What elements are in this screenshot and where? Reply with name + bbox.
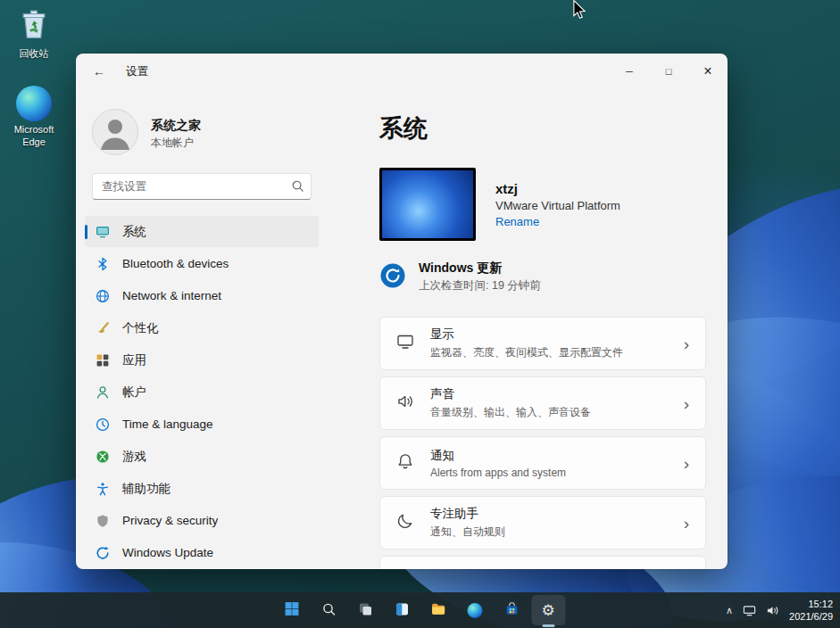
sidebar-item-personalization[interactable]: 个性化 [85,312,319,343]
clock-date: 2021/6/29 [789,610,833,623]
card-title: 专注助手 [430,506,505,522]
sidebar-item-network-internet[interactable]: Network & internet [85,280,319,311]
sidebar-item-bluetooth-devices[interactable]: Bluetooth & devices [85,248,319,279]
maximize-button[interactable]: □ [649,54,688,89]
edge-icon [16,86,52,121]
settings-card-sound[interactable]: 声音 音量级别、输出、输入、声音设备 › [379,376,706,430]
window-title: 设置 [126,64,148,79]
card-desc: Alerts from apps and system [430,467,566,479]
task-view-button[interactable] [348,595,382,625]
account-name: 系统之家 [151,118,201,134]
sidebar-item-privacy-security[interactable]: Privacy & security [85,505,319,536]
task-view-icon [358,602,372,619]
taskbar: ⚙ ∧ 15:12 2021/6/29 [0,592,840,628]
sidebar-item-label: 应用 [122,352,146,368]
sidebar-item-label: Windows Update [122,546,213,559]
search-icon [291,179,304,196]
sidebar-item-label: 个性化 [122,320,159,336]
sidebar-item-accounts[interactable]: 帐户 [85,376,319,408]
sidebar-item-label: Time & language [122,417,213,431]
update-title: Windows 更新 [419,260,541,277]
widgets-button[interactable] [385,595,419,625]
xbox-icon [96,450,110,464]
search-input[interactable] [92,173,312,200]
start-button[interactable] [275,595,309,625]
sidebar-item-label: 帐户 [122,384,146,401]
device-section: xtzj VMware Virtual Platform Rename [379,168,706,241]
search-icon [321,602,336,619]
card-title: 声音 [430,386,591,402]
chevron-right-icon: › [684,455,689,472]
monitor-icon [396,333,414,354]
bluetooth-icon [96,257,110,271]
windows-logo-icon [285,601,300,619]
desktop-icon-recycle-bin[interactable]: 回收站 [4,6,63,61]
settings-card-power[interactable]: 电源 › [379,556,706,569]
card-desc: 通知、自动规则 [430,525,505,540]
file-explorer-button[interactable] [421,595,455,625]
chevron-right-icon: › [684,515,689,532]
minimize-button[interactable]: ─ [610,54,649,89]
settings-button[interactable]: ⚙ [531,595,565,625]
settings-cards: 显示 监视器、亮度、夜间模式、显示配置文件 › 声音 音量级别、输出、输入、声音… [379,317,706,569]
titlebar: ← 设置 ─ □ × [76,54,728,89]
widgets-icon [395,602,409,619]
folder-icon [431,601,446,619]
store-bag-icon [504,602,519,619]
volume-icon[interactable] [766,604,779,617]
edge-button[interactable] [458,595,492,625]
sidebar-item-gaming[interactable]: 游戏 [85,441,319,472]
window-controls: ─ □ × [610,54,728,89]
desktop-icon-microsoft-edge[interactable]: Microsoft Edge [4,86,63,149]
clock-time: 15:12 [789,598,833,610]
update-status: 上次检查时间: 19 分钟前 [419,278,541,293]
back-button[interactable]: ← [85,58,113,85]
moon-icon [396,512,414,533]
system-tray: ∧ 15:12 2021/6/29 [726,592,833,628]
card-desc: 监视器、亮度、夜间模式、显示配置文件 [430,345,623,360]
taskbar-clock[interactable]: 15:12 2021/6/29 [789,598,833,624]
globe-icon [96,289,110,303]
sidebar-item-system[interactable]: 系统 [85,216,319,247]
main-content: 系统 xtzj VMware Virtual Platform Rename W… [328,89,728,569]
sidebar-item-windows-update[interactable]: Windows Update [85,537,319,568]
settings-card-notifications[interactable]: 通知 Alerts from apps and system › [379,436,706,490]
chevron-right-icon: › [684,335,689,352]
sidebar-item-apps[interactable]: 应用 [85,344,319,376]
store-button[interactable] [495,595,528,625]
edge-icon [468,603,483,618]
page-title: 系统 [379,112,706,145]
close-button[interactable]: × [688,54,728,89]
avatar [92,109,138,159]
device-thumbnail [379,168,476,241]
chevron-right-icon: › [684,395,689,412]
search-button[interactable] [312,595,345,625]
sidebar-item-time-language[interactable]: Time & language [85,409,319,440]
card-title: 通知 [430,448,566,464]
windows-update-status[interactable]: Windows 更新 上次检查时间: 19 分钟前 [379,260,706,293]
mouse-cursor [572,0,586,23]
paintbrush-icon [96,321,110,335]
network-icon[interactable] [743,604,756,617]
sidebar-item-label: 辅助功能 [122,481,170,497]
tray-chevron-up-icon[interactable]: ∧ [726,605,733,616]
account-section: 系统之家 本地帐户 [92,109,312,159]
settings-card-display[interactable]: 显示 监视器、亮度、夜间模式、显示配置文件 › [379,317,706,370]
apps-grid-icon [96,353,110,368]
display-icon [96,225,110,239]
windows-update-icon [379,262,406,293]
desktop-icon-label: 回收站 [20,48,49,61]
clock-icon [96,417,110,432]
sidebar-item-accessibility[interactable]: 辅助功能 [85,473,319,504]
rename-link[interactable]: Rename [495,215,620,228]
card-title: 显示 [430,326,623,343]
speaker-icon [396,392,414,414]
shield-icon [96,514,110,528]
settings-card-focus-assist[interactable]: 专注助手 通知、自动规则 › [379,496,706,550]
account-type: 本地帐户 [151,136,201,151]
sidebar-item-label: 系统 [122,224,146,240]
sidebar-item-label: Privacy & security [122,514,218,527]
sidebar: 系统之家 本地帐户 系统 Bluetooth & devices N [76,89,328,569]
sidebar-item-label: Network & internet [122,289,221,302]
update-arrows-icon [96,546,110,560]
